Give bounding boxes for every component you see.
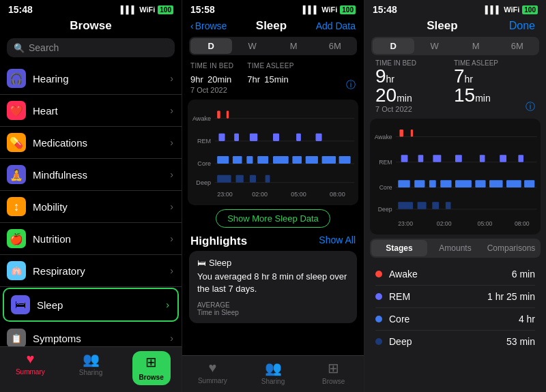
menu-item-mindfulness[interactable]: 🧘 Mindfulness › — [0, 159, 182, 191]
svg-rect-59 — [398, 202, 413, 209]
summary-label-p2: Summary — [198, 377, 227, 385]
tab-sharing-p2[interactable]: 👥 Sharing — [243, 360, 304, 385]
tab-amounts[interactable]: Amounts — [427, 240, 483, 256]
back-label: Browse — [195, 20, 227, 31]
menu-item-sleep[interactable]: 🛏 Sleep › — [3, 288, 179, 322]
tab-m-p2[interactable]: M — [273, 38, 315, 54]
tab-w-p3[interactable]: W — [414, 38, 456, 54]
tab-browse[interactable]: ⊞ Browse — [121, 351, 182, 385]
status-icons-p3: ▌▌▌ WiFi 100 — [485, 5, 538, 14]
summary-icon: ♥ — [26, 351, 34, 367]
menu-item-symptoms-label: Symptoms — [33, 333, 170, 344]
chevron-icon: › — [170, 333, 173, 344]
core-value: 4 hr — [519, 314, 535, 325]
svg-text:Core: Core — [379, 184, 392, 191]
status-time-p3: 15:48 — [373, 4, 397, 15]
svg-text:Core: Core — [197, 161, 211, 168]
svg-text:08:00: 08:00 — [330, 191, 345, 198]
chevron-icon: › — [170, 137, 173, 148]
chevron-icon: › — [170, 201, 173, 212]
add-data-button[interactable]: Add Data — [316, 20, 356, 31]
rem-label: REM — [389, 291, 487, 302]
stages-list: Awake 6 min REM 1 hr 25 min Core 4 hr De… — [364, 260, 546, 352]
tab-stages[interactable]: Stages — [371, 240, 427, 256]
tab-6m-p3[interactable]: 6M — [497, 38, 538, 54]
show-more-label[interactable]: Show More Sleep Data — [216, 209, 330, 228]
menu-item-mindfulness-label: Mindfulness — [33, 169, 170, 181]
highlights-header: Highlights Show All — [182, 232, 364, 251]
svg-rect-48 — [500, 155, 506, 162]
back-chevron-icon: ‹ — [190, 20, 194, 31]
deep-value: 53 min — [506, 336, 535, 347]
menu-item-heart[interactable]: ❤️ Heart › — [0, 95, 182, 127]
tab-m-p3[interactable]: M — [455, 38, 497, 54]
time-tabs-p3: D W M 6M — [371, 37, 539, 55]
show-all-button[interactable]: Show All — [319, 235, 356, 248]
tab-bar-p1: ♥ Summary 👥 Sharing ⊞ Browse — [0, 346, 182, 392]
menu-item-sleep-label: Sleep — [37, 299, 166, 311]
svg-rect-26 — [235, 175, 243, 183]
browse-icon: ⊞ — [139, 354, 164, 370]
info-icon-p3[interactable]: ⓘ — [526, 101, 535, 113]
show-more-sleep-data[interactable]: Show More Sleep Data — [182, 209, 364, 228]
svg-rect-20 — [273, 156, 289, 164]
info-icon-p2[interactable]: ⓘ — [346, 79, 356, 94]
svg-rect-9 — [227, 111, 229, 119]
svg-rect-53 — [440, 180, 451, 187]
tab-d-p3[interactable]: D — [373, 38, 414, 54]
highlight-card: 🛏 Sleep You averaged 8 hr 8 min of sleep… — [189, 251, 357, 322]
svg-text:02:00: 02:00 — [252, 191, 268, 198]
mindfulness-icon: 🧘 — [7, 165, 26, 184]
deep-label: Deep — [389, 336, 506, 347]
menu-item-mobility[interactable]: ↕ Mobility › — [0, 191, 182, 223]
browse-label: Browse — [139, 374, 164, 381]
stage-row-awake: Awake 6 min — [375, 263, 535, 286]
tab-d-p2[interactable]: D — [190, 38, 232, 54]
menu-item-medications[interactable]: 💊 Medications › — [0, 127, 182, 159]
svg-rect-16 — [217, 156, 229, 164]
svg-rect-49 — [518, 155, 523, 162]
sleep-chart-p2: Awake REM Core Deep — [188, 100, 358, 205]
wifi-icon-p3: WiFi — [504, 5, 519, 14]
tab-6m-p2[interactable]: 6M — [315, 38, 356, 54]
sleep-right-panel: 15:48 ▌▌▌ WiFi 100 Sleep Done D W M 6M T… — [364, 0, 546, 392]
svg-text:05:00: 05:00 — [291, 191, 306, 198]
done-button[interactable]: Done — [509, 20, 535, 32]
tab-comparisons[interactable]: Comparisons — [483, 240, 539, 256]
svg-rect-8 — [217, 111, 220, 119]
time-in-bed-value-p2: 9hr 20min — [190, 70, 233, 86]
search-bar[interactable]: 🔍 Search — [7, 38, 175, 57]
battery-icon-p2: 100 — [340, 5, 356, 14]
chevron-icon: › — [170, 265, 173, 276]
svg-text:02:00: 02:00 — [437, 220, 452, 227]
battery-icon: 100 — [158, 5, 173, 14]
tab-summary[interactable]: ♥ Summary — [0, 351, 61, 385]
menu-item-hearing[interactable]: 🎧 Hearing › — [0, 63, 182, 95]
sleep-card-icon: 🛏 — [197, 258, 206, 268]
awake-value: 6 min — [512, 269, 535, 280]
avg-label: Average — [197, 301, 349, 309]
svg-text:Awake: Awake — [192, 115, 211, 122]
highlight-text: You averaged 8 hr 8 min of sleep over th… — [197, 271, 349, 295]
back-button[interactable]: ‹ Browse — [190, 20, 227, 31]
tab-browse-p2[interactable]: ⊞ Browse — [303, 360, 364, 385]
tab-summary-p2[interactable]: ♥ Summary — [182, 360, 243, 385]
signal-icon-p3: ▌▌▌ — [485, 5, 501, 14]
svg-rect-14 — [296, 134, 301, 141]
svg-rect-43 — [401, 155, 408, 162]
tab-sharing[interactable]: 👥 Sharing — [61, 351, 121, 385]
time-asleep-label-p2: TIME ASLEEP — [247, 62, 293, 70]
svg-rect-28 — [265, 175, 270, 183]
time-in-bed-label-p2: TIME IN BED — [190, 62, 233, 70]
browse-title: Browse — [0, 16, 182, 38]
sharing-label: Sharing — [79, 369, 102, 376]
browse-label-p2: Browse — [322, 378, 345, 385]
time-in-sleep-label: Time in Sleep — [197, 309, 349, 316]
highlight-category: 🛏 Sleep — [197, 258, 349, 268]
signal-icon: ▌▌▌ — [121, 5, 136, 14]
svg-rect-50 — [398, 180, 410, 187]
menu-item-nutrition[interactable]: 🍎 Nutrition › — [0, 223, 182, 255]
tab-w-p2[interactable]: W — [232, 38, 274, 54]
tab-bar-p2: ♥ Summary 👥 Sharing ⊞ Browse — [182, 355, 364, 392]
menu-item-respiratory[interactable]: 🫁 Respiratory › — [0, 255, 182, 287]
